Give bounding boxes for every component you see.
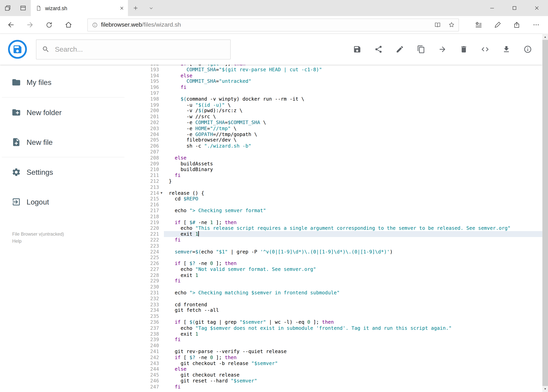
- code-line[interactable]: 230: [126, 284, 542, 290]
- code-line[interactable]: 206 sh -c "./wizard.sh -b": [126, 143, 542, 149]
- code-text[interactable]: cd frontend: [164, 301, 542, 308]
- code-text[interactable]: [164, 90, 542, 96]
- code-line[interactable]: 199 -u "$(id -u)" \: [126, 102, 542, 108]
- scroll-up-arrow[interactable]: ▲: [542, 34, 548, 40]
- code-text[interactable]: release () {: [164, 190, 542, 196]
- code-text[interactable]: else: [164, 155, 542, 161]
- sidebar-item-settings[interactable]: Settings: [0, 157, 126, 187]
- close-window-button[interactable]: [526, 0, 548, 16]
- search-box[interactable]: [36, 39, 231, 59]
- back-button[interactable]: [1, 16, 20, 34]
- scroll-down-arrow[interactable]: ▼: [542, 386, 548, 392]
- rename-button[interactable]: [395, 45, 404, 53]
- code-text[interactable]: [164, 255, 542, 260]
- sidebar-item-my-files[interactable]: My files: [0, 68, 126, 97]
- raw-code-button[interactable]: [481, 45, 489, 53]
- code-line[interactable]: 228 exit 1: [126, 272, 542, 278]
- code-line[interactable]: 235: [126, 313, 542, 319]
- refresh-button[interactable]: [40, 16, 59, 34]
- code-text[interactable]: [164, 214, 542, 219]
- code-line[interactable]: 241 git rev-parse --verify --quiet relea…: [126, 349, 542, 354]
- help-link[interactable]: Help: [12, 238, 126, 245]
- code-text[interactable]: exit 1: [164, 331, 542, 337]
- code-line[interactable]: 242 if [ $? -ne 0 ]; then: [126, 354, 542, 360]
- code-line[interactable]: 234 git fetch --all: [126, 308, 542, 313]
- code-text[interactable]: -e HOME="//tmp" \: [164, 126, 542, 131]
- code-line[interactable]: 233 cd frontend: [126, 301, 542, 308]
- code-line[interactable]: 245 git checkout release: [126, 372, 542, 378]
- code-text[interactable]: semver=$(echo "$1" | grep -P '^v(0|[1-9]…: [164, 249, 542, 255]
- code-line[interactable]: 237 echo "Tag $semver does not exist in …: [126, 325, 542, 331]
- code-text[interactable]: -e GOPATH=//tmp/gopath \: [164, 131, 542, 137]
- close-tab-icon[interactable]: [119, 6, 125, 11]
- forward-button[interactable]: [20, 16, 40, 34]
- code-line[interactable]: 212}: [126, 178, 542, 184]
- code-text[interactable]: else: [164, 366, 542, 372]
- code-line[interactable]: 193 COMMIT_SHA="$(git rev-parse HEAD | c…: [126, 67, 542, 73]
- code-line[interactable]: 227 echo "Not valid semver format. See s…: [126, 266, 542, 272]
- code-text[interactable]: COMMIT_SHA="untracked": [164, 78, 542, 84]
- code-line[interactable]: 196 fi: [126, 84, 542, 90]
- code-line[interactable]: 247 fi: [126, 384, 542, 390]
- sidebar-item-logout[interactable]: Logout: [0, 187, 126, 217]
- code-line[interactable]: 216: [126, 202, 542, 208]
- code-line[interactable]: 229 fi: [126, 278, 542, 284]
- sidebar-item-new-file[interactable]: New file: [0, 127, 126, 157]
- code-text[interactable]: [164, 296, 542, 301]
- code-text[interactable]: $(command -v winpty) docker run --rm -it…: [164, 96, 542, 102]
- code-text[interactable]: git checkout -b release "$semver": [164, 360, 542, 366]
- code-text[interactable]: echo "Tag $semver does not exist in subm…: [164, 325, 542, 331]
- code-text[interactable]: if [ $? -ne 0 ]; then: [164, 260, 542, 266]
- code-line[interactable]: 204 -e GOPATH=//tmp/gopath \: [126, 131, 542, 137]
- code-text[interactable]: [164, 184, 542, 190]
- code-text[interactable]: buildAssets: [164, 161, 542, 167]
- set-tabs-aside-button[interactable]: [0, 0, 15, 16]
- code-text[interactable]: fi: [164, 278, 542, 284]
- code-text[interactable]: fi: [164, 172, 542, 178]
- code-line[interactable]: 244 else: [126, 366, 542, 372]
- code-text[interactable]: git reset --hard "$semver": [164, 378, 542, 384]
- code-text[interactable]: -w //src \: [164, 114, 542, 119]
- code-line[interactable]: 224 semver=$(echo "$1" | grep -P '^v(0|[…: [126, 249, 542, 255]
- code-line[interactable]: 236 if [ $(git tag | grep "$semver" | wc…: [126, 319, 542, 325]
- code-line[interactable]: 220 echo "This release script requires a…: [126, 225, 542, 231]
- code-text[interactable]: buildBinary: [164, 167, 542, 172]
- code-line[interactable]: 222 fi: [126, 237, 542, 243]
- code-line[interactable]: 208 else: [126, 155, 542, 161]
- code-line[interactable]: 217 echo "> Checking semver format": [126, 208, 542, 214]
- scrollbar-thumb[interactable]: [542, 40, 548, 386]
- favorites-hub-button[interactable]: [469, 16, 488, 34]
- code-text[interactable]: [164, 202, 542, 208]
- code-text[interactable]: sh -c "./wizard.sh -b": [164, 143, 542, 149]
- code-text[interactable]: exit 1: [164, 272, 542, 278]
- reading-view-button[interactable]: [431, 19, 444, 31]
- code-line[interactable]: 203 -e HOME="//tmp" \: [126, 126, 542, 131]
- code-text[interactable]: git checkout release: [164, 372, 542, 378]
- tabs-chevron-button[interactable]: [143, 0, 159, 16]
- code-text[interactable]: cd $REPO: [164, 196, 542, 202]
- code-text[interactable]: exit 1: [164, 231, 542, 237]
- code-text[interactable]: -v /$(pwd):/src:z \: [164, 108, 542, 114]
- code-text[interactable]: -e COMMIT_SHA=$COMMIT_SHA \: [164, 119, 542, 126]
- search-input[interactable]: [55, 45, 225, 53]
- code-text[interactable]: filebrowser/dev \: [164, 137, 542, 143]
- url-text[interactable]: filebrowser.web/files/wizard.sh: [101, 21, 431, 28]
- code-line[interactable]: 214▼release () {: [126, 190, 542, 196]
- browser-tab[interactable]: wizard.sh: [31, 0, 128, 16]
- code-text[interactable]: echo "Not valid semver format. See semve…: [164, 266, 542, 272]
- code-text[interactable]: [164, 284, 542, 290]
- code-line[interactable]: 246 git reset --hard "$semver": [126, 378, 542, 384]
- code-text[interactable]: [164, 243, 542, 249]
- copy-button[interactable]: [417, 45, 425, 53]
- code-line[interactable]: 195 COMMIT_SHA="untracked": [126, 78, 542, 84]
- code-text[interactable]: else: [164, 73, 542, 78]
- code-line[interactable]: 218: [126, 214, 542, 219]
- code-line[interactable]: 198 $(command -v winpty) docker run --rm…: [126, 96, 542, 102]
- add-favorite-button[interactable]: [444, 19, 458, 31]
- site-info-icon[interactable]: [92, 22, 98, 28]
- code-text[interactable]: fi: [164, 84, 542, 90]
- page-scrollbar[interactable]: ▲ ▼: [542, 34, 548, 392]
- sidebar-item-new-folder[interactable]: New folder: [0, 98, 126, 127]
- code-line[interactable]: 194 else: [126, 73, 542, 78]
- code-editor[interactable]: 192 if [ -d ".git" ]; then193 COMMIT_SHA…: [126, 65, 542, 392]
